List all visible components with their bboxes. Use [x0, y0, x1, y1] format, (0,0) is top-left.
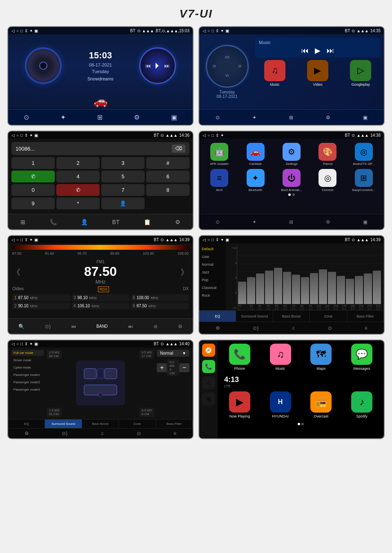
preset-3[interactable]: 3 98.10 MHz	[71, 294, 129, 301]
app-easyconnect[interactable]: ⊞ EasyConnecti...	[347, 169, 381, 192]
nav-loc-2[interactable]: ⊙	[216, 115, 220, 120]
s2-app-music[interactable]: ♫ Music	[264, 60, 285, 87]
cp-app-phone[interactable]: 📞 Phone	[221, 344, 258, 371]
nav-apps[interactable]: ⊞	[97, 113, 102, 121]
key-8[interactable]: 8	[146, 184, 189, 196]
contacts-icon[interactable]: 👤	[81, 219, 88, 225]
surr-nav-4[interactable]: ⊙	[137, 431, 141, 436]
nav-media[interactable]: ▣	[171, 113, 177, 121]
s7-minus-btn[interactable]: −	[179, 363, 189, 372]
eq-bar-6[interactable]	[292, 275, 300, 304]
s8-home-icon[interactable]: ⊞	[202, 393, 215, 406]
key-end-call[interactable]: ✆	[56, 184, 100, 196]
key-1[interactable]: 1	[11, 157, 55, 169]
radio-next[interactable]: ⏭	[128, 324, 133, 329]
s8-audio-icon[interactable]: ♫	[202, 376, 215, 389]
s8-nav-icon[interactable]: 🧭	[202, 344, 215, 357]
preset-6[interactable]: 6 87.50 MHz	[131, 302, 189, 309]
eq-bar-8[interactable]	[310, 273, 318, 304]
nav-set-2[interactable]: ⚙	[326, 115, 330, 120]
key-3[interactable]: 3	[101, 157, 145, 169]
nav-med-2[interactable]: ▣	[363, 115, 368, 120]
s7-plus-btn[interactable]: +	[157, 363, 167, 372]
s2-app-video[interactable]: ▶ Video	[307, 60, 328, 87]
mode-passenger2[interactable]: Passenger mode2	[11, 379, 44, 385]
cp-app-maps[interactable]: 🗺 Maps	[303, 344, 340, 371]
bt-icon-3[interactable]: BT	[112, 219, 120, 225]
eq-bar-12[interactable]	[346, 279, 354, 304]
eq-preset-normal[interactable]: Normal	[199, 261, 226, 268]
radio-band[interactable]: BAND	[96, 324, 108, 329]
s2-app-googleplay[interactable]: ▷ Googleplay	[350, 60, 371, 87]
app-boot-anim[interactable]: ⏻ Boot Animati...	[275, 169, 308, 192]
surr-nav-3[interactable]: ♫	[100, 431, 104, 436]
key-hash[interactable]: #	[146, 157, 189, 169]
eq-preset-jazz[interactable]: Jazz	[199, 269, 226, 276]
eq-bar-13[interactable]	[355, 276, 363, 304]
play-pause-button[interactable]: ⏵	[154, 61, 162, 70]
eq-preset-default[interactable]: Default	[199, 245, 226, 253]
surr-nav-5[interactable]: ≡	[174, 431, 176, 436]
cp-app-overcast[interactable]: 📻 Overcast	[303, 391, 340, 418]
eq-preset-rock[interactable]: Rock	[199, 292, 226, 299]
dialpad-icon[interactable]: ⊞	[20, 219, 25, 225]
eq-nav-icon[interactable]: ⚙	[216, 325, 220, 331]
nav-settings[interactable]: ⚙	[134, 113, 140, 121]
surr-tab-eq[interactable]: EQ	[8, 420, 45, 428]
key-call[interactable]: ✆	[11, 171, 55, 182]
key-9[interactable]: 9	[11, 198, 55, 209]
surr-nav-1[interactable]: ⚙	[24, 431, 29, 436]
eq-bar-4[interactable]	[274, 268, 282, 304]
nav-apps-2[interactable]: ⊞	[289, 115, 293, 120]
nav-set-4[interactable]: ⚙	[326, 219, 330, 225]
app-aux[interactable]: ≡ AUX	[203, 169, 236, 192]
nav-bt-2[interactable]: ✦	[252, 115, 256, 120]
eq-preset-user[interactable]: User	[199, 253, 226, 260]
nav-bluetooth[interactable]: ✦	[60, 113, 66, 121]
eq-tab-bass-boost[interactable]: Bass Boost	[273, 311, 310, 322]
eq-preset-classical[interactable]: Classical	[199, 284, 226, 291]
mode-full-car[interactable]: Full car mode	[11, 350, 44, 356]
cp-app-spotify[interactable]: ♪ Spotify	[343, 391, 381, 418]
s7-normal-button[interactable]: Normal ▼	[157, 350, 189, 357]
eq-tab-zone[interactable]: Zone	[310, 311, 347, 322]
eq-tab-bass-filter[interactable]: Bass Filter	[347, 311, 384, 322]
radio-settings[interactable]: ⚙	[178, 324, 183, 329]
key-0[interactable]: 0	[11, 184, 55, 196]
surr-tab-bass-filter[interactable]: Bass Filter	[156, 420, 193, 428]
radio-prev[interactable]: ⏮	[71, 324, 76, 329]
s2-prev[interactable]: ⏮	[301, 47, 309, 55]
mode-passenger1[interactable]: Passenger mode1	[11, 372, 44, 378]
prev-button[interactable]: ⏮	[145, 62, 151, 69]
eq-bar-10[interactable]	[328, 272, 336, 304]
eq-bar-5[interactable]	[283, 272, 291, 304]
eq-preset-pop[interactable]: Pop	[199, 276, 226, 284]
s2-next[interactable]: ⏭	[327, 47, 334, 55]
mode-cpilot[interactable]: Cpilot mode	[11, 364, 44, 371]
next-button[interactable]: ⏭	[164, 62, 170, 69]
app-bluetooth[interactable]: ✦ Bluetooth	[238, 169, 272, 192]
preset-2[interactable]: 2 90.10 MHz	[12, 302, 70, 309]
app-settings[interactable]: ⚙ Settings	[275, 143, 308, 166]
app-theme[interactable]: 🎨 Theme	[311, 143, 344, 166]
key-6[interactable]: 6	[146, 171, 189, 182]
eq-bar-2[interactable]	[256, 273, 264, 304]
surr-tab-bass-boost[interactable]: Bass Boost	[82, 420, 119, 428]
eq-tab-eq[interactable]: EQ	[199, 311, 236, 322]
s1-controls[interactable]: ⏮ ⏵ ⏭	[139, 47, 176, 84]
settings-icon-3[interactable]: ⚙	[175, 219, 180, 225]
eq-bar-7[interactable]	[301, 277, 309, 304]
preset-4[interactable]: 4 106.10 MHz	[71, 302, 129, 309]
radio-scan[interactable]: ⊙)	[45, 324, 51, 329]
eq-bar-3[interactable]	[265, 271, 273, 304]
cp-app-music[interactable]: ♫ Music	[262, 344, 299, 371]
key-star[interactable]: *	[56, 198, 100, 209]
s8-phone-side-icon[interactable]: 📞	[202, 360, 215, 373]
mode-passenger3[interactable]: Passenger mode3	[11, 386, 44, 393]
surr-tab-surround[interactable]: Surround Sound	[45, 420, 82, 428]
eq-bar-15[interactable]	[373, 271, 381, 304]
key-4[interactable]: 4	[56, 171, 100, 182]
eq-bar-9[interactable]	[319, 269, 327, 304]
s3-delete-button[interactable]: ⌫	[172, 144, 185, 153]
radio-search[interactable]: 🔍	[18, 324, 24, 329]
